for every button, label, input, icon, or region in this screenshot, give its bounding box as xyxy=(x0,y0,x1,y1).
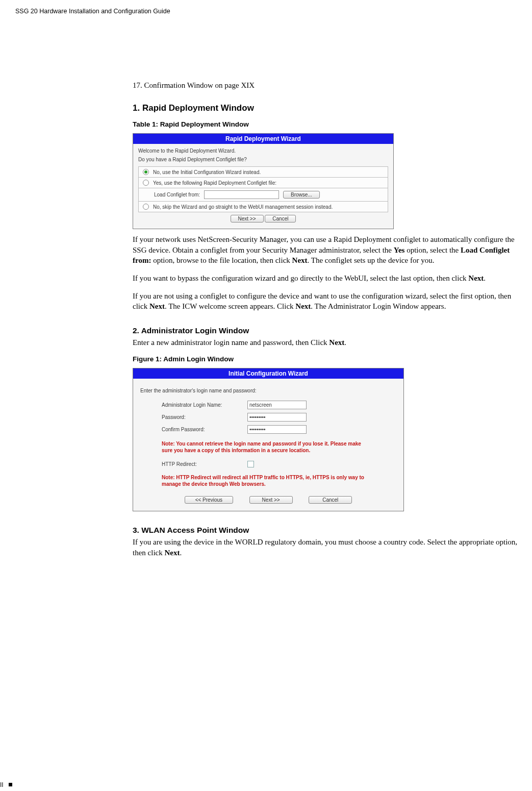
running-head: SSG 20 Hardware Installation and Configu… xyxy=(15,8,522,15)
wizard1-question: Do you have a Rapid Deployment Configlet… xyxy=(138,157,388,162)
note1: Note: You cannot retrieve the login name… xyxy=(138,437,398,457)
toc-line: 17. Confirmation Window on page XIX xyxy=(133,81,522,90)
figure1-caption: Figure 1: Admin Login Window xyxy=(133,355,522,363)
http-redirect-row: HTTP Redirect: xyxy=(138,461,398,467)
login-label: Administrator Login Name: xyxy=(162,402,247,408)
wizard2-lead: Enter the administrator's login name and… xyxy=(140,388,398,393)
login-input[interactable]: netscreen xyxy=(247,401,307,409)
note2: Note: HTTP Redirect will redirect all HT… xyxy=(138,471,398,491)
next-button[interactable]: Next >> xyxy=(249,496,293,504)
password-label: Password: xyxy=(162,414,247,420)
password-row: Password: ••••••••• xyxy=(138,413,398,422)
cancel-button[interactable]: Cancel xyxy=(309,496,352,504)
s1-para1: If your network uses NetScreen-Security … xyxy=(133,234,522,266)
s1-para2: If you want to bypass the configuration … xyxy=(133,273,522,284)
radio-icon[interactable] xyxy=(143,204,149,210)
wizard1-option1-row[interactable]: No, use the Initial Configuration Wizard… xyxy=(138,166,388,178)
radio-icon[interactable] xyxy=(143,180,149,186)
wizard1-load-row: Load Configlet from: Browse... xyxy=(138,188,388,202)
configlet-file-input[interactable] xyxy=(204,190,279,199)
page-footer: II xyxy=(0,781,12,788)
page-number-roman: II xyxy=(0,781,4,788)
initial-configuration-wizard: Initial Configuration Wizard Enter the a… xyxy=(133,368,404,511)
confirm-password-label: Confirm Password: xyxy=(162,427,247,432)
section3-title: 3. WLAN Access Point Window xyxy=(133,526,522,535)
wizard1-welcome: Welcome to the Rapid Deployment Wizard. xyxy=(138,148,388,154)
http-redirect-checkbox[interactable] xyxy=(247,461,254,467)
section2-title: 2. Administrator Login Window xyxy=(133,326,522,335)
wizard1-option3-label: No, skip the Wizard and go straight to t… xyxy=(153,204,333,210)
s2-intro: Enter a new administrator login name and… xyxy=(133,337,522,348)
http-redirect-label: HTTP Redirect: xyxy=(162,461,247,467)
wizard2-title: Initial Configuration Wizard xyxy=(133,368,403,379)
s3-para: If you are using the device in the WORLD… xyxy=(133,537,522,558)
wizard1-title: Rapid Deployment Wizard xyxy=(133,134,393,144)
previous-button[interactable]: << Previous xyxy=(185,496,233,504)
browse-button[interactable]: Browse... xyxy=(283,191,320,199)
confirm-password-row: Confirm Password: ••••••••• xyxy=(138,425,398,434)
footer-square-icon xyxy=(9,783,12,786)
s1-para3: If you are not using a configlet to conf… xyxy=(133,291,522,312)
password-input[interactable]: ••••••••• xyxy=(247,413,307,422)
wizard1-option2-row[interactable]: Yes, use the following Rapid Deployment … xyxy=(138,177,388,188)
wizard1-option2-label: Yes, use the following Rapid Deployment … xyxy=(153,180,276,186)
cancel-button[interactable]: Cancel xyxy=(265,215,296,223)
wizard1-option1-label: No, use the Initial Configuration Wizard… xyxy=(153,169,261,175)
load-configlet-label: Load Configlet from: xyxy=(154,192,200,197)
next-button[interactable]: Next >> xyxy=(231,215,264,223)
table1-caption: Table 1: Rapid Deployment Window xyxy=(133,120,522,128)
rapid-deployment-wizard: Rapid Deployment Wizard Welcome to the R… xyxy=(133,133,394,229)
wizard1-option3-row[interactable]: No, skip the Wizard and go straight to t… xyxy=(138,201,388,212)
confirm-password-input[interactable]: ••••••••• xyxy=(247,425,307,434)
section1-title: 1. Rapid Deployment Window xyxy=(133,103,522,113)
radio-icon[interactable] xyxy=(143,169,149,175)
login-row: Administrator Login Name: netscreen xyxy=(138,401,398,409)
